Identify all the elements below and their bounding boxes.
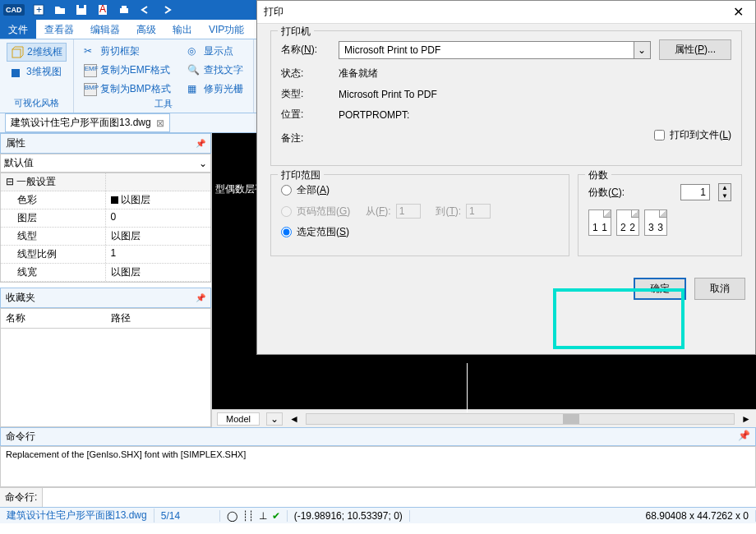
command-label: 命令行:	[0, 488, 43, 507]
tab-file[interactable]: 文件	[0, 20, 36, 39]
ribbon-3d-view[interactable]: 3维视图	[7, 63, 67, 81]
pdf-icon[interactable]: A	[95, 2, 110, 17]
dialog-title-text: 打印	[264, 5, 284, 19]
svg-text:+: +	[36, 4, 42, 16]
print-to-file-check[interactable]: 打印到文件(L)	[654, 128, 731, 142]
undo-icon[interactable]	[138, 2, 153, 17]
properties-dropdown[interactable]: 默认值⌄	[0, 154, 211, 173]
printer-props-button[interactable]: 属性(P)...	[659, 39, 731, 60]
status-label: 状态:	[281, 67, 330, 81]
copies-legend: 份数	[585, 168, 611, 182]
print-icon[interactable]	[117, 2, 131, 17]
copies-spinner[interactable]: ▲▼	[718, 183, 731, 201]
close-icon[interactable]: ✕	[728, 4, 749, 20]
cube-2d-icon	[11, 46, 24, 59]
model-tab[interactable]: Model	[217, 412, 260, 426]
tool-icon[interactable]: ◯	[227, 510, 237, 522]
tab-output[interactable]: 输出	[164, 20, 201, 39]
status-pages: 5/14	[154, 510, 220, 522]
prop-row[interactable]: 线型比例1	[1, 246, 210, 264]
document-tab[interactable]: 建筑设计住宅户形平面图13.dwg ⊠	[5, 113, 170, 132]
close-tab-icon[interactable]: ⊠	[156, 117, 164, 129]
type-label: 类型:	[281, 87, 330, 101]
app-logo: CAD	[3, 4, 25, 16]
tab-viewer[interactable]: 查看器	[36, 20, 82, 39]
search-icon: 🔍	[187, 64, 201, 77]
command-input[interactable]	[43, 488, 756, 507]
dialog-buttons: 确定 取消	[257, 271, 755, 306]
ok-button[interactable]: 确定	[634, 278, 686, 300]
svg-rect-9	[12, 69, 20, 77]
range-fieldset: 打印范围 全部(A) 页码范围(G) 从(F): 到(T): 选定范围(S)	[270, 174, 569, 256]
ribbon-group-label-tools: 工具	[81, 98, 247, 110]
to-input	[466, 204, 491, 219]
dialog-titlebar[interactable]: 打印 ✕	[257, 1, 755, 24]
redo-icon[interactable]	[159, 2, 174, 17]
status-tools: ◯ ┊┊ ⊥ ✔	[220, 510, 288, 522]
range-selection-radio[interactable]: 选定范围(S)	[281, 225, 559, 239]
pin-icon[interactable]: 📌	[196, 293, 205, 302]
target-icon: ◎	[187, 45, 201, 58]
save-icon[interactable]	[74, 2, 89, 17]
ribbon-copy-emf[interactable]: EMF复制为EMF格式	[81, 62, 174, 79]
ribbon-clip-frame[interactable]: ✂剪切框架	[81, 43, 174, 60]
copies-input[interactable]	[680, 184, 710, 200]
chevron-down-icon: ⌄	[199, 158, 207, 169]
status-dims: 68.90408 x 44.7262 x 0	[639, 510, 756, 522]
copies-fieldset: 份数 份数(C): ▲▼ 11 22 33	[578, 174, 742, 256]
copies-label: 份数(C):	[588, 186, 625, 200]
prop-row[interactable]: 图层0	[1, 209, 210, 228]
new-icon[interactable]: +	[31, 2, 46, 17]
ribbon-group-visual: 2维线框 3维视图 可视化风格	[0, 39, 74, 113]
bmp-icon: BMP	[84, 83, 97, 96]
from-input	[396, 204, 421, 219]
ribbon-show-point[interactable]: ◎显示点	[184, 43, 247, 60]
col-name[interactable]: 名称	[1, 309, 106, 328]
pin-icon[interactable]: 📌	[738, 430, 750, 444]
tool-icon[interactable]: ┊┊	[242, 510, 254, 522]
ribbon-group-label: 可视化风格	[7, 97, 67, 109]
layout-dropdown-icon[interactable]: ⌄	[266, 412, 283, 426]
scroll-left-icon[interactable]: ◄	[289, 413, 299, 425]
tool-icon[interactable]: ⊥	[259, 510, 267, 522]
document-tab-name: 建筑设计住宅户形平面图13.dwg	[11, 116, 151, 130]
drawing-line	[467, 363, 468, 412]
ribbon-trim-raster[interactable]: ▦修剪光栅	[184, 81, 247, 98]
command-header: 命令行📌	[0, 427, 756, 446]
ribbon-find-text[interactable]: 🔍查找文字	[184, 62, 247, 79]
pin-icon[interactable]: 📌	[196, 139, 205, 148]
svg-rect-7	[122, 6, 127, 9]
cancel-button[interactable]: 取消	[694, 278, 745, 300]
ribbon-group-tools: ✂剪切框架 EMF复制为EMF格式 BMP复制为BMP格式 ◎显示点 🔍查找文字…	[74, 39, 254, 113]
prop-row[interactable]: 线宽以图层	[1, 264, 210, 282]
cube-3d-icon	[10, 66, 23, 79]
scroll-right-icon[interactable]: ►	[741, 413, 751, 425]
h-scrollbar[interactable]	[306, 413, 735, 425]
favorites-panel: 名称 路径	[0, 308, 211, 427]
command-output: Replacement of the [GenIso.SHX] font wit…	[0, 446, 756, 487]
status-coords: (-19.98916; 10.53397; 0)	[288, 510, 410, 522]
favorites-body[interactable]	[0, 329, 211, 427]
type-value: Microsoft Print To PDF	[339, 89, 437, 100]
open-icon[interactable]	[53, 2, 67, 17]
printer-fieldset: 打印机 名称(N): Microsoft Print to PDF ⌄ 属性(P…	[270, 30, 742, 166]
tab-vip[interactable]: VIP功能	[201, 20, 252, 39]
ribbon-copy-bmp[interactable]: BMP复制为BMP格式	[81, 81, 174, 98]
prop-row[interactable]: 色彩以图层	[1, 191, 210, 209]
printer-select[interactable]: Microsoft Print to PDF ⌄	[339, 41, 651, 59]
comment-label: 备注:	[281, 131, 330, 145]
range-all-radio[interactable]: 全部(A)	[281, 183, 559, 197]
tab-editor[interactable]: 编辑器	[82, 20, 128, 39]
tool-icon[interactable]: ✔	[272, 510, 280, 522]
ribbon-2d-wireframe[interactable]: 2维线框	[7, 43, 67, 62]
prop-section[interactable]: ⊟ 一般设置	[1, 173, 210, 191]
loc-label: 位置:	[281, 108, 330, 122]
prop-row[interactable]: 线型以图层	[1, 228, 210, 246]
tab-advanced[interactable]: 高级	[128, 20, 164, 39]
range-pages-radio: 页码范围(G) 从(F): 到(T):	[281, 204, 559, 219]
properties-grid: ⊟ 一般设置 色彩以图层 图层0 线型以图层 线型比例1 线宽以图层	[0, 173, 211, 283]
chevron-down-icon[interactable]: ⌄	[634, 41, 651, 59]
col-path[interactable]: 路径	[106, 309, 211, 328]
status-file: 建筑设计住宅户形平面图13.dwg	[0, 509, 154, 522]
command-input-row: 命令行:	[0, 487, 756, 507]
